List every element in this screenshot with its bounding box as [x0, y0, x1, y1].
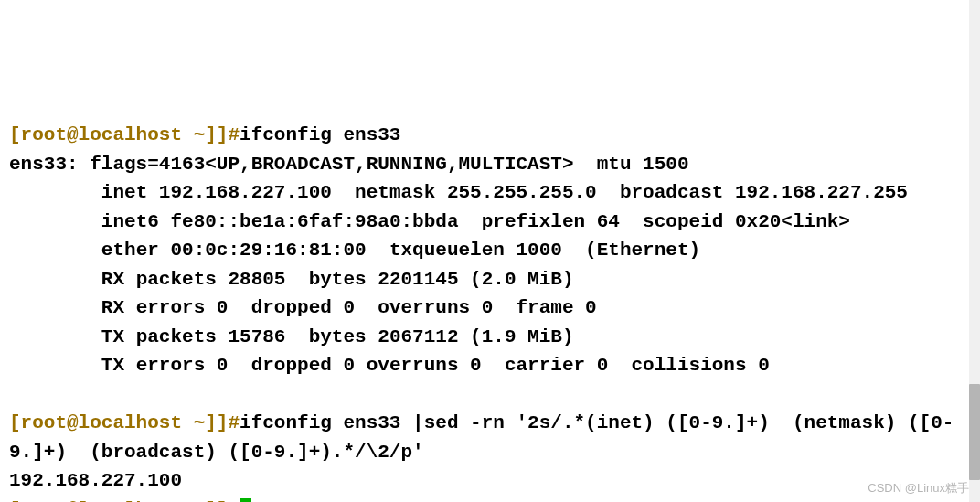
ifconfig-tx-errors: TX errors 0 dropped 0 overruns 0 carrier… [9, 355, 770, 376]
ifconfig-ether: ether 00:0c:29:16:81:00 txqueuelen 1000 … [9, 240, 700, 261]
ifconfig-inet6: inet6 fe80::be1a:6faf:98a0:bbda prefixle… [9, 211, 850, 232]
cursor-block[interactable] [240, 498, 251, 503]
ifconfig-inet: inet 192.168.227.100 netmask 255.255.255… [9, 182, 908, 203]
ifconfig-rx-errors: RX errors 0 dropped 0 overruns 0 frame 0 [9, 297, 597, 318]
scrollbar-thumb[interactable] [969, 384, 980, 480]
shell-prompt-3: [root@localhost ~]]# [9, 499, 240, 503]
command-1: ifconfig ens33 [240, 124, 400, 145]
ifconfig-rx-packets: RX packets 28805 bytes 2201145 (2.0 MiB) [9, 269, 574, 290]
shell-prompt-2: [root@localhost ~]]# [9, 412, 240, 433]
shell-prompt-1: [root@localhost ~]]# [9, 124, 240, 145]
ifconfig-flags: ens33: flags=4163<UP,BROADCAST,RUNNING,M… [9, 154, 689, 175]
sed-output-ip: 192.168.227.100 [9, 470, 182, 491]
watermark-text: CSDN @Linux糕手 [868, 479, 969, 497]
ifconfig-tx-packets: TX packets 15786 bytes 2067112 (1.9 MiB) [9, 326, 574, 347]
